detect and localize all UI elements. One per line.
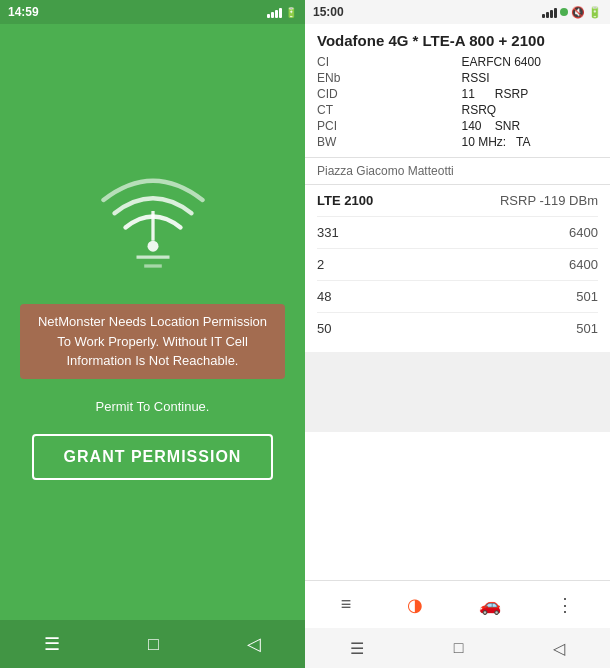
value-bw: 10 MHz: TA [462,135,599,149]
lte-section: LTE 2100 RSRP -119 DBm 331 6400 2 6400 4… [305,185,610,352]
cell-row: 331 6400 [317,216,598,248]
value-rsrq: RSRQ [462,103,599,117]
grant-permission-button[interactable]: GRANT PERMISSION [32,434,274,480]
green-dot-icon [560,8,568,16]
value-pci: 140 SNR [462,119,599,133]
right-battery-icon: 🔋 [588,6,602,19]
cell-id-331: 331 [317,225,339,240]
cell-val-501a: 501 [576,289,598,304]
right-more-icon[interactable]: ⋮ [548,586,582,624]
right-menu-icon[interactable]: ≡ [333,586,360,623]
mute-icon: 🔇 [571,6,585,19]
cell-row: 48 501 [317,280,598,312]
right-status-bar: 15:00 🔇 🔋 [305,0,610,24]
right-drop-icon[interactable]: ◑ [399,586,431,624]
gray-section [305,352,610,432]
lte-rsrp-value: RSRP -119 DBm [500,193,598,208]
svg-point-0 [147,241,158,252]
value-rssi: RSSI [462,71,599,85]
left-back-button[interactable]: ◁ [239,625,269,663]
wifi-icon-container [93,164,213,284]
label-cid: CID [317,87,454,101]
left-home-button[interactable]: □ [140,626,167,663]
info-grid: CI EARFCN 6400 ENb RSSI CID 11 RSRP CT R… [317,55,598,149]
right-signal-bars-icon [542,6,557,18]
label-bw: BW [317,135,454,149]
cell-row: 50 501 [317,312,598,344]
left-content: NetMonster Needs Location Permission To … [0,24,305,620]
wifi-signal-icon [98,167,208,281]
network-header: Vodafone 4G * LTE-A 800 + 2100 CI EARFCN… [305,24,610,158]
left-nav-bar: ☰ □ ◁ [0,620,305,668]
cell-row: 2 6400 [317,248,598,280]
network-title: Vodafone 4G * LTE-A 800 + 2100 [317,32,598,49]
cell-val-6400a: 6400 [569,225,598,240]
value-earfcn: EARFCN 6400 [462,55,599,69]
permission-message: NetMonster Needs Location Permission To … [20,304,285,379]
cell-table: 331 6400 2 6400 48 501 50 501 [317,216,598,344]
label-ci: CI [317,55,454,69]
right-home-button[interactable]: □ [446,631,472,665]
right-nav-bar: ☰ □ ◁ [305,628,610,668]
left-menu-button[interactable]: ☰ [36,625,68,663]
right-time: 15:00 [313,5,344,19]
cell-val-501b: 501 [576,321,598,336]
label-ct: CT [317,103,454,117]
cell-id-2: 2 [317,257,324,272]
left-status-icons: 🔋 [267,6,297,18]
right-hamburger-button[interactable]: ☰ [342,631,372,666]
left-panel: 14:59 🔋 [0,0,305,668]
left-time: 14:59 [8,5,39,19]
lte-title: LTE 2100 [317,193,373,208]
battery-icon: 🔋 [285,7,297,18]
location-text: Piazza Giacomo Matteotti [305,158,610,185]
lte-header: LTE 2100 RSRP -119 DBm [317,193,598,208]
cell-val-6400b: 6400 [569,257,598,272]
right-status-icons: 🔇 🔋 [542,6,602,19]
label-pci: PCI [317,119,454,133]
permit-label: Permit To Continue. [96,399,210,414]
right-car-icon[interactable]: 🚗 [471,586,509,624]
left-status-bar: 14:59 🔋 [0,0,305,24]
right-panel: 15:00 🔇 🔋 Vodafone 4G * LTE-A 800 + 2100… [305,0,610,668]
value-cid: 11 RSRP [462,87,599,101]
right-content: Vodafone 4G * LTE-A 800 + 2100 CI EARFCN… [305,24,610,580]
label-enb: ENb [317,71,454,85]
right-back-button[interactable]: ◁ [545,631,573,666]
signal-bars-icon [267,6,282,18]
cell-id-48: 48 [317,289,331,304]
cell-id-50: 50 [317,321,331,336]
right-bottom-bar: ≡ ◑ 🚗 ⋮ [305,580,610,628]
